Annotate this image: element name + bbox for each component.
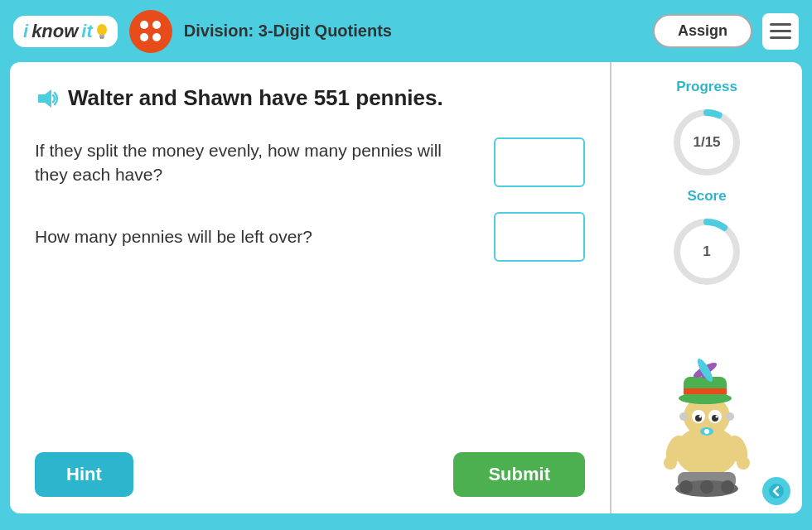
- dot4: [152, 33, 161, 41]
- right-panel: Progress 1/15 Score 1: [611, 62, 802, 513]
- submit-button[interactable]: Submit: [453, 452, 585, 497]
- score-label: Score: [687, 188, 726, 205]
- svg-point-20: [699, 416, 702, 418]
- back-arrow-icon: [769, 484, 784, 499]
- svg-point-35: [769, 484, 784, 499]
- bulb-icon: [96, 23, 108, 40]
- svg-point-34: [726, 412, 734, 421]
- ham-line-1: [770, 23, 791, 26]
- left-panel: Walter and Shawn have 551 pennies. If th…: [10, 62, 611, 513]
- svg-marker-3: [38, 89, 51, 108]
- svg-point-21: [716, 416, 718, 418]
- svg-rect-12: [684, 388, 727, 394]
- speaker-icon[interactable]: [35, 87, 60, 110]
- score-value: 1: [703, 243, 710, 260]
- dot1: [140, 21, 148, 29]
- svg-point-33: [679, 412, 688, 421]
- question-row-2: How many pennies will be left over?: [35, 212, 585, 262]
- score-circle: 1: [669, 214, 744, 289]
- svg-point-27: [737, 456, 750, 470]
- progress-circle: 1/15: [669, 105, 744, 180]
- hint-button[interactable]: Hint: [35, 452, 133, 497]
- question-label-2: How many pennies will be left over?: [35, 224, 477, 248]
- dice-icon: [129, 10, 172, 53]
- header-right: Assign: [653, 13, 799, 50]
- question-main-text: Walter and Shawn have 551 pennies.: [68, 85, 443, 111]
- answer-input-1[interactable]: [494, 137, 585, 187]
- back-arrow-button[interactable]: [762, 477, 790, 505]
- robot-container: [640, 352, 773, 497]
- hamburger-button[interactable]: [762, 13, 799, 50]
- logo: i know it: [13, 16, 118, 47]
- logo-text-it: it: [81, 21, 92, 42]
- svg-point-0: [97, 24, 107, 36]
- svg-point-26: [664, 456, 677, 470]
- bottom-buttons: Hint Submit: [35, 436, 585, 497]
- lesson-title: Division: 3-Digit Quotients: [184, 22, 641, 41]
- ham-line-2: [770, 30, 791, 32]
- svg-point-23: [704, 429, 709, 434]
- logo-text-know: know: [31, 21, 78, 42]
- dice-dots: [137, 17, 164, 45]
- progress-value: 1/15: [693, 134, 720, 151]
- logo-icon-i: i: [23, 21, 28, 42]
- svg-point-31: [700, 480, 713, 494]
- question-label-1: If they split the money evenly, how many…: [35, 138, 477, 187]
- questions-container: If they split the money evenly, how many…: [35, 137, 585, 262]
- assign-button[interactable]: Assign: [653, 14, 752, 48]
- answer-input-2[interactable]: [494, 212, 585, 262]
- question-header: Walter and Shawn have 551 pennies.: [35, 85, 585, 111]
- svg-point-32: [721, 480, 734, 494]
- robot-illustration: [640, 352, 773, 497]
- ham-line-3: [770, 36, 791, 39]
- main-area: Walter and Shawn have 551 pennies. If th…: [10, 62, 802, 513]
- dot2: [152, 21, 161, 29]
- svg-point-30: [679, 480, 693, 494]
- question-row-1: If they split the money evenly, how many…: [35, 137, 585, 187]
- dot3: [140, 33, 148, 41]
- header: i know it Division: 3-Digit Quotients As…: [0, 0, 812, 62]
- progress-label: Progress: [676, 79, 737, 95]
